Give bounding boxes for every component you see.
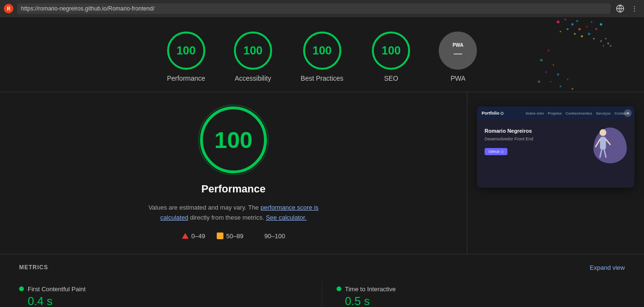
score-label-best-practices: Best Practices (301, 74, 343, 82)
browser-bar: R https://romario-negreiros.github.io/Ro… (0, 0, 644, 17)
svg-point-16 (605, 38, 607, 40)
svg-point-1 (564, 19, 566, 21)
svg-point-8 (581, 35, 583, 37)
metrics-section: METRICS Expand view First Contentful Pai… (0, 254, 644, 307)
svg-rect-31 (600, 137, 606, 150)
preview-nav-items: Sobre mim Projetos Conhecimentos Serviço… (526, 111, 630, 116)
preview-github-button[interactable]: Github ◇ (485, 148, 507, 155)
svg-point-12 (593, 38, 595, 40)
svg-point-13 (595, 28, 597, 30)
svg-point-17 (607, 42, 609, 44)
svg-point-4 (560, 31, 561, 32)
score-label-accessibility: Accessibility (235, 74, 271, 82)
preview-text-area: Romario Negreiros Desenvolvedor Front En… (485, 127, 584, 155)
score-circle-accessibility: 100 (234, 32, 272, 70)
metric-label-tti: Time to Interactive (345, 286, 396, 293)
metrics-title: METRICS (19, 264, 48, 271)
metric-tti: Time to Interactive 0.5 s (322, 281, 625, 307)
svg-point-18 (603, 45, 604, 47)
legend-circle-icon (255, 233, 262, 239)
preview-title: Romario Negreiros (485, 127, 584, 135)
preview-thumbnail: Portfolio ◇ Sobre mim Projetos Conhecime… (477, 106, 634, 188)
description: Values are estimated and may vary. The p… (143, 203, 324, 223)
metric-dot-tti (337, 286, 341, 291)
browser-actions: ⋮ (614, 3, 640, 14)
left-panel: 100 Performance Values are estimated and… (0, 92, 467, 254)
expand-view-button[interactable]: Expand view (590, 264, 625, 271)
legend-red: 0–49 (182, 233, 205, 240)
svg-line-34 (600, 149, 602, 157)
legend-square-icon (217, 233, 223, 239)
svg-point-30 (600, 129, 606, 136)
score-seo[interactable]: 100 SEO (372, 32, 410, 82)
metrics-grid: First Contentful Paint 0.4 s Time to Int… (19, 281, 625, 307)
svg-point-21 (540, 59, 543, 62)
svg-point-7 (574, 33, 576, 35)
svg-point-28 (567, 79, 569, 80)
svg-point-27 (538, 81, 540, 83)
svg-point-0 (557, 21, 560, 23)
preview-body: Romario Negreiros Desenvolvedor Front En… (477, 120, 634, 178)
svg-point-29 (571, 88, 573, 90)
svg-point-11 (588, 33, 591, 35)
metric-value-tti: 0.5 s (337, 295, 625, 307)
legend-triangle-icon (182, 233, 189, 239)
score-performance[interactable]: 100 Performance (167, 32, 205, 82)
svg-point-22 (553, 64, 554, 66)
svg-point-6 (579, 28, 581, 31)
svg-point-15 (600, 40, 602, 42)
legend: 0–49 50–89 90–100 (182, 233, 285, 240)
score-best-practices[interactable]: 100 Best Practices (301, 32, 343, 82)
browser-favicon: R (4, 4, 13, 13)
url-bar[interactable]: https://romario-negreiros.github.io/Roma… (17, 3, 611, 14)
scores-row: 100 Performance 100 Accessibility 100 Be… (0, 17, 644, 92)
svg-point-3 (567, 28, 569, 30)
score-circle-performance: 100 (167, 32, 205, 70)
svg-point-23 (545, 71, 547, 73)
translate-button[interactable] (614, 3, 626, 14)
preview-nav: Portfolio ◇ Sobre mim Projetos Conhecime… (477, 106, 634, 120)
metric-fcp: First Contentful Paint 0.4 s (19, 281, 322, 307)
big-score-value: 100 (214, 127, 253, 153)
svg-line-33 (606, 139, 610, 145)
svg-point-10 (591, 21, 592, 23)
preview-close-button[interactable]: × (624, 109, 632, 117)
svg-line-35 (604, 149, 606, 157)
score-circle-seo: 100 (372, 32, 410, 70)
big-score-circle: 100 (200, 106, 267, 173)
preview-subtitle: Desenvolvedor Front End (485, 137, 584, 141)
score-circle-pwa: PWA — (439, 32, 477, 70)
svg-point-24 (557, 74, 560, 76)
score-pwa[interactable]: PWA — PWA (439, 32, 477, 82)
svg-point-9 (586, 26, 588, 28)
score-label-performance: Performance (167, 74, 205, 82)
svg-point-19 (610, 45, 612, 47)
metrics-header: METRICS Expand view (19, 264, 625, 271)
legend-green: 90–100 (255, 233, 285, 240)
score-label-seo: SEO (384, 74, 399, 82)
score-label-pwa: PWA (451, 74, 465, 82)
legend-orange: 50–89 (217, 233, 243, 240)
right-panel: Portfolio ◇ Sobre mim Projetos Conhecime… (467, 92, 644, 254)
preview-illustration (589, 127, 627, 170)
svg-point-2 (571, 23, 574, 26)
svg-point-14 (600, 23, 602, 26)
section-title: Performance (201, 183, 266, 195)
score-accessibility[interactable]: 100 Accessibility (234, 32, 272, 82)
more-options-button[interactable]: ⋮ (629, 3, 640, 14)
metric-dot-fcp (19, 286, 24, 291)
metric-value-fcp: 0.4 s (19, 295, 307, 307)
person-figure (591, 127, 615, 166)
score-calc-link2[interactable]: See calculator. (266, 214, 306, 221)
score-circle-best-practices: 100 (303, 32, 341, 70)
metric-label-fcp: First Contentful Paint (28, 286, 85, 293)
preview-logo: Portfolio ◇ (482, 111, 504, 116)
main-content: 100 Performance Values are estimated and… (0, 92, 644, 254)
svg-point-20 (548, 50, 549, 52)
svg-point-25 (550, 81, 552, 83)
svg-line-32 (596, 139, 600, 147)
svg-point-5 (576, 20, 578, 22)
svg-point-26 (560, 85, 561, 87)
